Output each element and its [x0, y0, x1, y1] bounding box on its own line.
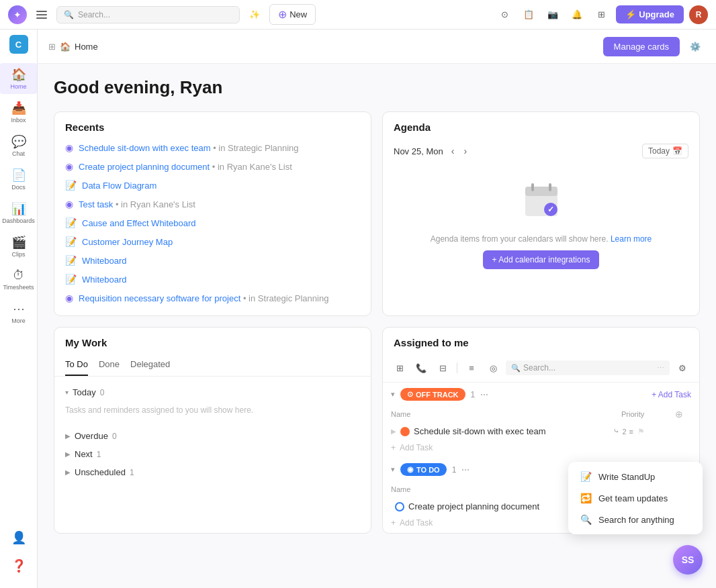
overdue-section[interactable]: ▶ Overdue 0 — [65, 427, 360, 445]
settings-icon-small[interactable]: ⚙ — [674, 359, 691, 377]
sidebar-item-chat[interactable]: 💬 Chat — [0, 130, 37, 161]
next-section[interactable]: ▶ Next 1 — [65, 445, 360, 463]
settings-icon[interactable]: ⚙️ — [685, 36, 705, 56]
popup-item-updates[interactable]: 🔁 Get team updates — [572, 487, 699, 509]
upgrade-button[interactable]: ⚡ Upgrade — [616, 5, 684, 23]
sparkle-icon[interactable]: ✨ — [245, 5, 264, 24]
recent-item-8[interactable]: ◉ Requisition necessary software for pro… — [60, 289, 365, 307]
standup-icon: 📝 — [580, 471, 592, 482]
sidebar-item-more[interactable]: ⋯ More — [0, 297, 37, 328]
prev-day-button[interactable]: ‹ — [447, 144, 459, 158]
recent-item-7[interactable]: 📝 Whiteboard — [60, 270, 365, 289]
workspace-avatar[interactable]: C — [9, 35, 28, 54]
search-anything-icon: 🔍 — [580, 514, 592, 525]
today-header[interactable]: ▾ Today 0 — [65, 383, 360, 401]
recent-item-6[interactable]: 📝 Whiteboard — [60, 251, 365, 270]
manage-cards-button[interactable]: Manage cards — [603, 37, 680, 56]
fab-icon: SS — [682, 554, 695, 565]
search-placeholder: Search... — [78, 10, 110, 19]
add-calendar-button[interactable]: + Add calendar integrations — [483, 250, 600, 269]
sidebar-item-clips[interactable]: 🎬 Clips — [0, 231, 37, 262]
collapse-icon-2[interactable]: ▾ — [391, 465, 395, 474]
assigned-title: Assigned to me — [383, 328, 699, 354]
recent-item-2[interactable]: 📝 Data Flow Diagram — [60, 176, 365, 195]
tab-done[interactable]: Done — [99, 354, 120, 376]
bell-icon[interactable]: 🔔 — [568, 5, 586, 24]
recent-item-4[interactable]: 📝 Cause and Effect Whiteboard — [60, 213, 365, 232]
avatar[interactable]: R — [689, 5, 708, 24]
home-breadcrumb-label: Home — [75, 42, 98, 52]
inbox-icon: 📥 — [11, 101, 26, 115]
sidebar-help[interactable]: ❓ — [9, 554, 29, 577]
learn-more-link[interactable]: Learn more — [611, 234, 652, 244]
agenda-nav: ‹ › — [447, 144, 471, 158]
status-icon[interactable]: ⊙ — [495, 5, 514, 24]
popup-item-search[interactable]: 🔍 Search for anything — [572, 509, 699, 530]
recent-item-3[interactable]: ◉ Test task • in Ryan Kane's List — [60, 195, 365, 213]
assigned-search[interactable]: 🔍 Search... ⋯ — [506, 360, 670, 375]
whiteboard-icon: 📝 — [65, 217, 77, 228]
sidebar-add-person[interactable]: 👤 — [9, 526, 29, 549]
off-track-badge[interactable]: ⊙ OFF TRACK — [400, 388, 465, 401]
filter-table-icon[interactable]: ⊟ — [434, 359, 451, 377]
filter-group-icon[interactable]: ⊞ — [391, 359, 408, 377]
dashboards-icon: 📊 — [11, 201, 26, 216]
clipboard-icon[interactable]: 📋 — [519, 5, 538, 24]
recents-title: Recents — [54, 112, 371, 138]
search-bar[interactable]: 🔍 Search... — [56, 6, 240, 23]
sidebar-toggle[interactable] — [32, 5, 51, 24]
timesheets-icon: ⏱ — [13, 268, 25, 283]
topbar: ✦ 🔍 Search... ✨ ⊕ New ⊙ 📋 📷 🔔 ⊞ ⚡ Upgrad… — [0, 0, 716, 30]
more-icon: ⋯ — [13, 301, 25, 316]
today-count: 0 — [100, 388, 105, 397]
today-button[interactable]: Today 📅 — [642, 144, 688, 158]
sidebar-item-inbox[interactable]: 📥 Inbox — [0, 97, 37, 128]
empty-tasks-msg: Tasks and reminders assigned to you will… — [65, 401, 360, 422]
svg-rect-2 — [36, 17, 47, 19]
filter-phone-icon[interactable]: 📞 — [412, 359, 430, 377]
flag-icon: ⚑ — [637, 427, 645, 436]
updates-icon: 🔁 — [580, 493, 592, 503]
add-person-icon: 👤 — [11, 530, 26, 545]
task-row-0[interactable]: ▶ Schedule sit-down with exec team ⤷ 2 ≡… — [383, 422, 699, 440]
next-day-button[interactable]: › — [459, 144, 471, 158]
todo-badge[interactable]: ◉ TO DO — [400, 463, 447, 476]
plus-icon: ⊕ — [278, 8, 287, 21]
sidebar-item-timesheets[interactable]: ⏱ Timesheets — [0, 264, 37, 295]
off-track-header: ▾ ⊙ OFF TRACK 1 ⋯ + Add Task — [383, 383, 699, 406]
tab-todo[interactable]: To Do — [65, 354, 88, 376]
filter-options-icon[interactable]: ≡ — [463, 359, 480, 377]
subtask-icon: ⤷ — [613, 427, 619, 436]
agenda-empty-msg: Agenda items from your calendars will sh… — [431, 234, 652, 244]
status-more-icon[interactable]: ⋯ — [480, 390, 488, 399]
tab-delegated[interactable]: Delegated — [130, 354, 170, 376]
today-section: ▾ Today 0 Tasks and reminders assigned t… — [65, 383, 360, 422]
add-task-row-1[interactable]: + Add Task — [383, 440, 699, 458]
filter-target-icon[interactable]: ◎ — [484, 359, 502, 377]
help-icon: ❓ — [11, 558, 26, 573]
grid-icon[interactable]: ⊞ — [592, 5, 611, 24]
sidebar-item-dashboards[interactable]: 📊 Dashboards — [0, 197, 37, 228]
add-task-off-track[interactable]: + Add Task — [652, 390, 691, 399]
chevron-right-icon-2: ▶ — [65, 450, 71, 458]
new-button[interactable]: ⊕ New — [269, 4, 316, 25]
recent-item-0[interactable]: ◉ Schedule sit-down with exec team • in … — [60, 138, 365, 157]
sidebar-toggle-icon[interactable]: ⊞ — [48, 42, 56, 52]
app-logo[interactable]: ✦ — [8, 5, 27, 24]
next-label: Next — [75, 449, 93, 459]
recent-item-1[interactable]: ◉ Create project planning document • in … — [60, 157, 365, 176]
today-label: Today — [73, 387, 96, 397]
fab-button[interactable]: SS — [673, 545, 703, 575]
sidebar-item-docs[interactable]: 📄 Docs — [0, 164, 37, 195]
status-more-icon-2[interactable]: ⋯ — [461, 465, 469, 475]
recents-list: ◉ Schedule sit-down with exec team • in … — [54, 138, 371, 315]
collapse-icon[interactable]: ▾ — [391, 390, 395, 399]
camera-icon[interactable]: 📷 — [543, 5, 562, 24]
popup-item-standup[interactable]: 📝 Write StandUp — [572, 466, 699, 487]
off-track-count: 1 — [471, 390, 476, 399]
sidebar-item-home[interactable]: 🏠 Home — [0, 63, 37, 94]
recent-item-5[interactable]: 📝 Customer Journey Map — [60, 232, 365, 251]
breadcrumb-bar: ⊞ 🏠 Home Manage cards ⚙️ — [38, 30, 716, 64]
col-add-icon[interactable]: ⊕ — [675, 409, 691, 420]
unscheduled-section[interactable]: ▶ Unscheduled 1 — [65, 463, 360, 481]
